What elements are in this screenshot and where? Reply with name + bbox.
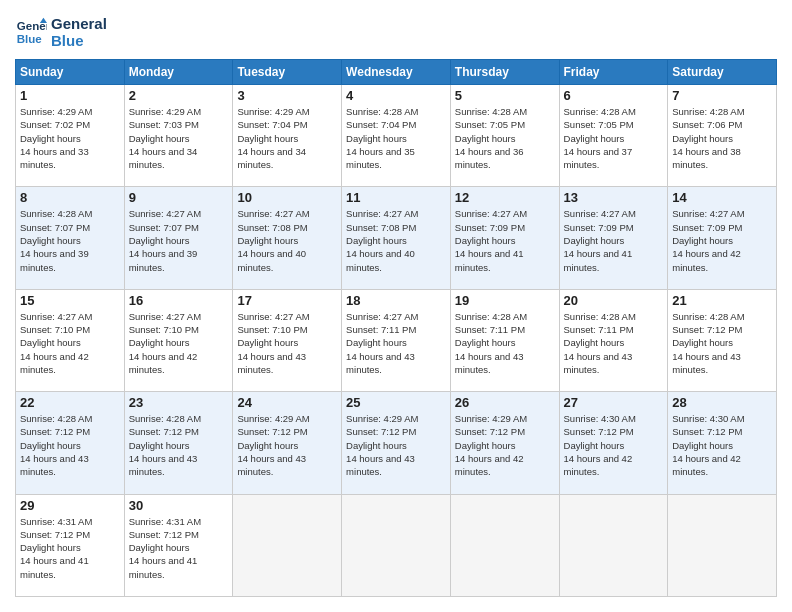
calendar-day-cell: [450, 494, 559, 596]
day-info: Sunrise: 4:27 AM Sunset: 7:09 PM Dayligh…: [672, 207, 772, 273]
calendar-day-cell: [233, 494, 342, 596]
calendar-table: SundayMondayTuesdayWednesdayThursdayFrid…: [15, 59, 777, 597]
day-info: Sunrise: 4:29 AM Sunset: 7:02 PM Dayligh…: [20, 105, 120, 171]
day-info: Sunrise: 4:28 AM Sunset: 7:07 PM Dayligh…: [20, 207, 120, 273]
day-info: Sunrise: 4:27 AM Sunset: 7:09 PM Dayligh…: [564, 207, 664, 273]
calendar-day-cell: 17 Sunrise: 4:27 AM Sunset: 7:10 PM Dayl…: [233, 289, 342, 391]
day-number: 5: [455, 88, 555, 103]
calendar-day-cell: 2 Sunrise: 4:29 AM Sunset: 7:03 PM Dayli…: [124, 85, 233, 187]
calendar-day-cell: 20 Sunrise: 4:28 AM Sunset: 7:11 PM Dayl…: [559, 289, 668, 391]
calendar-day-cell: 5 Sunrise: 4:28 AM Sunset: 7:05 PM Dayli…: [450, 85, 559, 187]
day-number: 3: [237, 88, 337, 103]
day-number: 30: [129, 498, 229, 513]
calendar-day-cell: 24 Sunrise: 4:29 AM Sunset: 7:12 PM Dayl…: [233, 392, 342, 494]
calendar-day-cell: 14 Sunrise: 4:27 AM Sunset: 7:09 PM Dayl…: [668, 187, 777, 289]
day-info: Sunrise: 4:27 AM Sunset: 7:11 PM Dayligh…: [346, 310, 446, 376]
day-number: 10: [237, 190, 337, 205]
day-number: 20: [564, 293, 664, 308]
day-number: 12: [455, 190, 555, 205]
weekday-header: Saturday: [668, 60, 777, 85]
calendar-day-cell: 26 Sunrise: 4:29 AM Sunset: 7:12 PM Dayl…: [450, 392, 559, 494]
calendar-day-cell: 15 Sunrise: 4:27 AM Sunset: 7:10 PM Dayl…: [16, 289, 125, 391]
calendar-day-cell: 19 Sunrise: 4:28 AM Sunset: 7:11 PM Dayl…: [450, 289, 559, 391]
calendar-day-cell: 7 Sunrise: 4:28 AM Sunset: 7:06 PM Dayli…: [668, 85, 777, 187]
day-info: Sunrise: 4:30 AM Sunset: 7:12 PM Dayligh…: [564, 412, 664, 478]
calendar-day-cell: 3 Sunrise: 4:29 AM Sunset: 7:04 PM Dayli…: [233, 85, 342, 187]
day-number: 28: [672, 395, 772, 410]
calendar-day-cell: 12 Sunrise: 4:27 AM Sunset: 7:09 PM Dayl…: [450, 187, 559, 289]
calendar-week-row: 1 Sunrise: 4:29 AM Sunset: 7:02 PM Dayli…: [16, 85, 777, 187]
day-info: Sunrise: 4:28 AM Sunset: 7:11 PM Dayligh…: [455, 310, 555, 376]
day-info: Sunrise: 4:29 AM Sunset: 7:12 PM Dayligh…: [346, 412, 446, 478]
weekday-header: Thursday: [450, 60, 559, 85]
day-number: 15: [20, 293, 120, 308]
day-info: Sunrise: 4:28 AM Sunset: 7:04 PM Dayligh…: [346, 105, 446, 171]
day-info: Sunrise: 4:27 AM Sunset: 7:10 PM Dayligh…: [129, 310, 229, 376]
day-number: 22: [20, 395, 120, 410]
calendar-day-cell: 29 Sunrise: 4:31 AM Sunset: 7:12 PM Dayl…: [16, 494, 125, 596]
calendar-day-cell: 13 Sunrise: 4:27 AM Sunset: 7:09 PM Dayl…: [559, 187, 668, 289]
calendar-day-cell: 11 Sunrise: 4:27 AM Sunset: 7:08 PM Dayl…: [342, 187, 451, 289]
day-info: Sunrise: 4:29 AM Sunset: 7:04 PM Dayligh…: [237, 105, 337, 171]
day-info: Sunrise: 4:27 AM Sunset: 7:08 PM Dayligh…: [237, 207, 337, 273]
logo-icon: General Blue: [15, 16, 47, 48]
calendar-day-cell: 8 Sunrise: 4:28 AM Sunset: 7:07 PM Dayli…: [16, 187, 125, 289]
day-info: Sunrise: 4:28 AM Sunset: 7:11 PM Dayligh…: [564, 310, 664, 376]
day-number: 29: [20, 498, 120, 513]
weekday-header: Monday: [124, 60, 233, 85]
day-info: Sunrise: 4:28 AM Sunset: 7:12 PM Dayligh…: [672, 310, 772, 376]
day-number: 16: [129, 293, 229, 308]
day-info: Sunrise: 4:28 AM Sunset: 7:12 PM Dayligh…: [129, 412, 229, 478]
calendar-day-cell: 30 Sunrise: 4:31 AM Sunset: 7:12 PM Dayl…: [124, 494, 233, 596]
day-number: 23: [129, 395, 229, 410]
logo-text: General Blue: [51, 15, 107, 49]
day-number: 17: [237, 293, 337, 308]
calendar-day-cell: 10 Sunrise: 4:27 AM Sunset: 7:08 PM Dayl…: [233, 187, 342, 289]
calendar-header-row: SundayMondayTuesdayWednesdayThursdayFrid…: [16, 60, 777, 85]
calendar-day-cell: 4 Sunrise: 4:28 AM Sunset: 7:04 PM Dayli…: [342, 85, 451, 187]
calendar-day-cell: 27 Sunrise: 4:30 AM Sunset: 7:12 PM Dayl…: [559, 392, 668, 494]
day-info: Sunrise: 4:27 AM Sunset: 7:08 PM Dayligh…: [346, 207, 446, 273]
calendar-day-cell: 18 Sunrise: 4:27 AM Sunset: 7:11 PM Dayl…: [342, 289, 451, 391]
calendar-day-cell: 1 Sunrise: 4:29 AM Sunset: 7:02 PM Dayli…: [16, 85, 125, 187]
day-info: Sunrise: 4:31 AM Sunset: 7:12 PM Dayligh…: [20, 515, 120, 581]
day-info: Sunrise: 4:27 AM Sunset: 7:10 PM Dayligh…: [20, 310, 120, 376]
day-info: Sunrise: 4:28 AM Sunset: 7:12 PM Dayligh…: [20, 412, 120, 478]
calendar-week-row: 29 Sunrise: 4:31 AM Sunset: 7:12 PM Dayl…: [16, 494, 777, 596]
day-number: 14: [672, 190, 772, 205]
day-number: 11: [346, 190, 446, 205]
day-number: 1: [20, 88, 120, 103]
calendar-day-cell: [668, 494, 777, 596]
calendar-day-cell: 9 Sunrise: 4:27 AM Sunset: 7:07 PM Dayli…: [124, 187, 233, 289]
day-info: Sunrise: 4:28 AM Sunset: 7:05 PM Dayligh…: [564, 105, 664, 171]
calendar-day-cell: 23 Sunrise: 4:28 AM Sunset: 7:12 PM Dayl…: [124, 392, 233, 494]
page: General Blue General Blue SundayMondayTu…: [0, 0, 792, 612]
day-number: 6: [564, 88, 664, 103]
day-number: 24: [237, 395, 337, 410]
calendar-day-cell: 21 Sunrise: 4:28 AM Sunset: 7:12 PM Dayl…: [668, 289, 777, 391]
calendar-week-row: 15 Sunrise: 4:27 AM Sunset: 7:10 PM Dayl…: [16, 289, 777, 391]
day-info: Sunrise: 4:29 AM Sunset: 7:03 PM Dayligh…: [129, 105, 229, 171]
day-info: Sunrise: 4:27 AM Sunset: 7:09 PM Dayligh…: [455, 207, 555, 273]
day-number: 21: [672, 293, 772, 308]
day-info: Sunrise: 4:28 AM Sunset: 7:05 PM Dayligh…: [455, 105, 555, 171]
day-info: Sunrise: 4:27 AM Sunset: 7:10 PM Dayligh…: [237, 310, 337, 376]
calendar-week-row: 8 Sunrise: 4:28 AM Sunset: 7:07 PM Dayli…: [16, 187, 777, 289]
weekday-header: Friday: [559, 60, 668, 85]
day-number: 19: [455, 293, 555, 308]
day-number: 4: [346, 88, 446, 103]
day-number: 8: [20, 190, 120, 205]
day-info: Sunrise: 4:28 AM Sunset: 7:06 PM Dayligh…: [672, 105, 772, 171]
logo: General Blue General Blue: [15, 15, 107, 49]
day-info: Sunrise: 4:29 AM Sunset: 7:12 PM Dayligh…: [237, 412, 337, 478]
calendar-day-cell: 25 Sunrise: 4:29 AM Sunset: 7:12 PM Dayl…: [342, 392, 451, 494]
day-number: 7: [672, 88, 772, 103]
header: General Blue General Blue: [15, 15, 777, 49]
weekday-header: Sunday: [16, 60, 125, 85]
calendar-day-cell: [559, 494, 668, 596]
day-number: 25: [346, 395, 446, 410]
day-info: Sunrise: 4:30 AM Sunset: 7:12 PM Dayligh…: [672, 412, 772, 478]
day-number: 18: [346, 293, 446, 308]
weekday-header: Wednesday: [342, 60, 451, 85]
weekday-header: Tuesday: [233, 60, 342, 85]
